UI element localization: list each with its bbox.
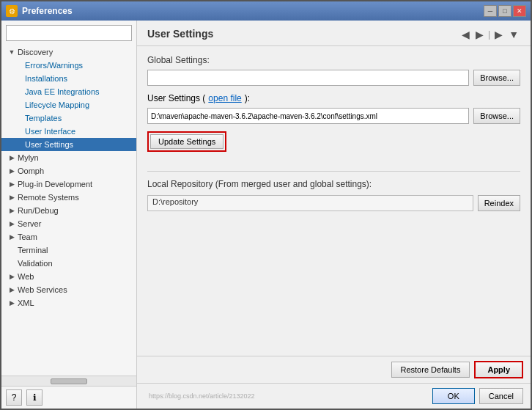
title-bar: ⚙ Preferences ─ □ ✕ — [1, 1, 531, 21]
sidebar-label-errors: Errors/Warnings — [25, 61, 83, 70]
sidebar-item-web-services[interactable]: ▶ Web Services — [1, 283, 136, 296]
forward-button[interactable]: ▶ — [474, 29, 485, 40]
left-panel: ▼ Discovery Errors/Warnings Installation… — [1, 21, 137, 409]
global-settings-input[interactable] — [147, 70, 469, 86]
sidebar-label-xml: XML — [18, 299, 34, 307]
expand-arrow-remote: ▶ — [7, 193, 16, 202]
preferences-window: ⚙ Preferences ─ □ ✕ ▼ Discovery Errors/W… — [0, 0, 532, 410]
user-settings-prefix: User Settings ( — [147, 93, 205, 103]
sidebar-item-user-interface[interactable]: User Interface — [1, 125, 136, 138]
update-settings-button[interactable]: Update Settings — [150, 134, 223, 149]
sidebar-item-server[interactable]: ▶ Server — [1, 217, 136, 230]
cancel-button[interactable]: Cancel — [479, 388, 523, 404]
local-repo-row: D:\repository Reindex — [147, 195, 520, 211]
close-button[interactable]: ✕ — [513, 5, 526, 17]
expand-arrow-mylyn: ▶ — [7, 153, 16, 162]
expand-arrow-oomph: ▶ — [7, 166, 16, 175]
user-settings-path-input[interactable] — [147, 108, 469, 124]
right-panel: User Settings ◀ ▶ | ▶ ▼ Global Settings:… — [137, 21, 531, 409]
ok-button[interactable]: OK — [432, 388, 475, 404]
sidebar-label-plugin-dev: Plug-in Development — [18, 180, 92, 188]
sidebar-item-run-debug[interactable]: ▶ Run/Debug — [1, 204, 136, 217]
sidebar-label-terminal: Terminal — [18, 246, 48, 255]
expand-arrow-xml: ▶ — [7, 299, 16, 307]
restore-defaults-button[interactable]: Restore Defaults — [391, 362, 470, 378]
sidebar-item-web[interactable]: ▶ Web — [1, 270, 136, 283]
reindex-button[interactable]: Reindex — [478, 195, 520, 211]
global-browse-button[interactable]: Browse... — [473, 70, 520, 86]
user-settings-suffix: ): — [245, 93, 250, 103]
sidebar-item-lifecycle[interactable]: Lifecycle Mapping — [1, 98, 136, 111]
minimize-button[interactable]: ─ — [484, 5, 497, 17]
update-settings-container: Update Settings — [147, 131, 226, 152]
local-repo-label: Local Repository (From merged user and g… — [147, 179, 520, 189]
sidebar-label-user-interface: User Interface — [25, 127, 75, 136]
panel-title: User Settings — [147, 28, 213, 40]
sidebar-label-discovery: Discovery — [18, 48, 53, 56]
sidebar-label-mylyn: Mylyn — [18, 153, 39, 162]
sidebar-item-terminal[interactable]: ▶ Terminal — [1, 244, 136, 257]
sidebar-label-remote: Remote Systems — [18, 193, 79, 202]
window-title: Preferences — [22, 6, 484, 16]
window-controls: ─ □ ✕ — [484, 5, 526, 17]
expand-arrow-discovery: ▼ — [7, 48, 16, 56]
user-settings-row: User Settings ( open file ): — [147, 93, 520, 103]
global-settings-label: Global Settings: — [147, 55, 520, 65]
sidebar-label-oomph: Oomph — [18, 166, 44, 175]
sidebar-item-validation[interactable]: ▶ Validation — [1, 257, 136, 270]
sidebar-label-run-debug: Run/Debug — [18, 206, 59, 215]
nav-separator: | — [488, 29, 490, 40]
search-input[interactable] — [6, 25, 132, 41]
global-settings-row: Browse... — [147, 70, 520, 86]
sidebar-item-plugin-dev[interactable]: ▶ Plug-in Development — [1, 177, 136, 191]
sidebar-item-mylyn[interactable]: ▶ Mylyn — [1, 151, 136, 164]
sidebar-label-validation: Validation — [18, 259, 53, 268]
right-body: Global Settings: Browse... User Settings… — [137, 46, 531, 356]
help-button[interactable]: ? — [6, 389, 22, 406]
expand-arrow-web: ▶ — [7, 272, 16, 281]
sidebar-label-team: Team — [18, 233, 37, 241]
left-bottom: ? ℹ — [1, 386, 136, 409]
sidebar-item-discovery[interactable]: ▼ Discovery — [1, 45, 136, 59]
bottom-bar: Restore Defaults Apply — [137, 356, 531, 383]
sidebar-item-team[interactable]: ▶ Team — [1, 230, 136, 244]
sidebar-item-templates[interactable]: Templates — [1, 111, 136, 125]
sidebar-item-installations[interactable]: Installations — [1, 72, 136, 85]
sidebar-label-installations: Installations — [25, 74, 67, 83]
sidebar-label-web-services: Web Services — [18, 285, 67, 294]
expand-arrow-team: ▶ — [7, 233, 16, 241]
sidebar-item-remote[interactable]: ▶ Remote Systems — [1, 191, 136, 204]
user-settings-path-row: Browse... — [147, 108, 520, 124]
sidebar-item-javaee[interactable]: Java EE Integrations — [1, 85, 136, 98]
info-button[interactable]: ℹ — [26, 389, 43, 406]
main-content: ▼ Discovery Errors/Warnings Installation… — [1, 21, 531, 409]
sidebar-item-user-settings[interactable]: User Settings — [1, 138, 136, 151]
app-icon: ⚙ — [6, 5, 18, 17]
forward-button2[interactable]: ▶ — [493, 29, 504, 40]
maximize-button[interactable]: □ — [498, 5, 511, 17]
expand-arrow-plugin: ▶ — [7, 180, 16, 188]
sidebar-item-oomph[interactable]: ▶ Oomph — [1, 164, 136, 177]
sidebar-label-templates: Templates — [25, 114, 62, 122]
expand-arrow-web-services: ▶ — [7, 285, 16, 294]
sidebar-label-web: Web — [18, 272, 34, 281]
apply-button[interactable]: Apply — [474, 361, 523, 378]
sidebar-label-server: Server — [18, 219, 41, 228]
sidebar-item-errors[interactable]: Errors/Warnings — [1, 59, 136, 72]
local-repo-path: D:\repository — [147, 195, 473, 211]
sidebar-item-xml[interactable]: ▶ XML — [1, 296, 136, 310]
watermark: https://blog.csdn.net/article/2132022 — [144, 392, 428, 400]
open-file-link[interactable]: open file — [208, 93, 241, 103]
tree-area: ▼ Discovery Errors/Warnings Installation… — [1, 44, 136, 376]
expand-arrow-run: ▶ — [7, 206, 16, 215]
user-browse-button[interactable]: Browse... — [473, 108, 520, 124]
divider — [147, 171, 520, 172]
sidebar-label-lifecycle: Lifecycle Mapping — [25, 100, 89, 109]
dropdown-button[interactable]: ▼ — [507, 29, 520, 40]
dialog-footer: https://blog.csdn.net/article/2132022 OK… — [137, 383, 531, 409]
right-header: User Settings ◀ ▶ | ▶ ▼ — [137, 21, 531, 46]
expand-arrow-server: ▶ — [7, 219, 16, 228]
sidebar-label-javaee: Java EE Integrations — [25, 87, 100, 96]
back-button[interactable]: ◀ — [460, 29, 471, 40]
sidebar-label-user-settings: User Settings — [25, 140, 73, 149]
